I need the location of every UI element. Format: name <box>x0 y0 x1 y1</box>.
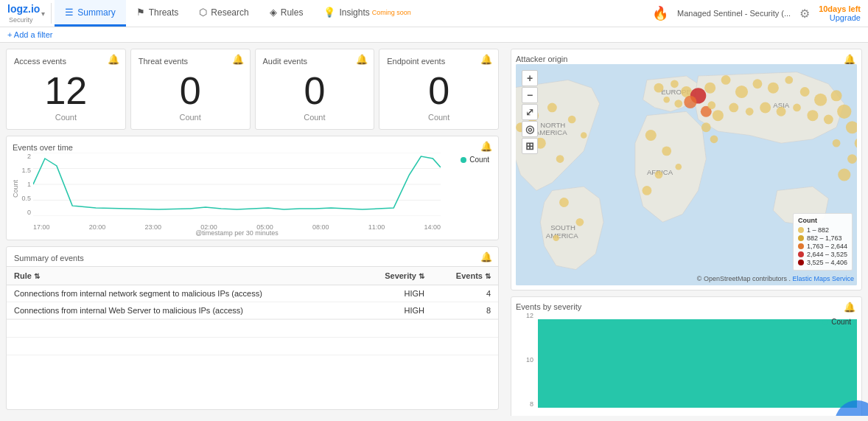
legend-color-1 <box>798 227 804 233</box>
svg-point-47 <box>793 104 801 112</box>
nav-item-threats-label: Threats <box>149 7 179 18</box>
events-chart-svg <box>33 153 441 216</box>
logo-dropdown-arrow[interactable]: ▾ <box>41 10 45 18</box>
col-events-label: Events <box>456 271 483 280</box>
map-controls: + − ⤢ ◎ ⊞ <box>522 70 538 154</box>
nav-item-rules[interactable]: ◈ Rules <box>259 0 314 27</box>
right-panel: Attacker origin 🔔 <box>505 43 868 416</box>
rule-sort-icon[interactable]: ⇅ <box>34 272 40 280</box>
audit-events-label: Count <box>304 113 325 122</box>
col-severity-label: Severity <box>385 271 416 280</box>
cell-events: 4 <box>432 285 498 302</box>
svg-point-21 <box>576 218 584 226</box>
access-alarm-icon[interactable]: 🔔 <box>108 54 119 65</box>
svg-point-31 <box>662 146 671 156</box>
map-legend: Count 1 – 882 882 – 1,763 1,763 – 2,644 <box>793 213 853 271</box>
nav-items: ☰ Summary ⚑ Threats ⬡ Research ◈ Rules 💡… <box>55 0 421 27</box>
y-label-0: 0 <box>27 209 31 216</box>
svg-point-30 <box>645 130 657 141</box>
audit-alarm-icon[interactable]: 🔔 <box>356 54 368 65</box>
map-container[interactable]: NORTH AMERICA SOUTH AMERICA AFRICA EUROP… <box>516 64 857 285</box>
cell-severity: HIGH <box>359 285 432 302</box>
legend-item-1: 1 – 882 <box>798 226 847 234</box>
y-label-1-5: 1.5 <box>21 167 31 174</box>
empty-row-3 <box>7 355 498 372</box>
logo-sub: Security <box>9 16 33 24</box>
metric-card-threat: Threat events 🔔 0 Count <box>130 49 251 130</box>
attacker-origin-title: Attacker origin <box>516 55 567 63</box>
nav-item-threats[interactable]: ⚑ Threats <box>126 0 189 27</box>
recenter-button[interactable]: ◎ <box>522 121 538 137</box>
metric-card-access: Access events 🔔 12 Count <box>6 49 126 130</box>
nav-item-insights-label: Insights <box>339 7 369 18</box>
events-sort-icon[interactable]: ⇅ <box>485 272 491 280</box>
svg-point-61 <box>707 101 715 109</box>
events-over-time-panel: Events over time 🔔 2 1.5 1 0.5 0 Count <box>6 136 499 240</box>
rules-icon: ◈ <box>270 7 277 18</box>
summary-alarm-icon[interactable]: 🔔 <box>480 251 492 262</box>
svg-point-33 <box>676 164 682 170</box>
map-alarm-icon[interactable]: 🔔 <box>844 54 855 65</box>
table-row: Connections from internal Web Server to … <box>7 302 498 319</box>
nav-item-summary[interactable]: ☰ Summary <box>55 0 125 27</box>
svg-point-27 <box>674 100 682 108</box>
empty-row-2 <box>7 337 498 355</box>
upgrade-link[interactable]: Upgrade <box>830 13 861 22</box>
fullscreen-button[interactable]: ⤢ <box>522 104 538 120</box>
legend-color-3 <box>798 243 804 249</box>
elastic-maps-link[interactable]: Elastic Maps Service <box>792 275 854 282</box>
nav-item-insights[interactable]: 💡 Insights Coming soon <box>313 0 421 27</box>
svg-point-46 <box>807 110 818 121</box>
add-filter-button[interactable]: + Add a filter <box>7 30 52 39</box>
sentinel-label: Managed Sentinel - Security (... <box>677 9 791 18</box>
y-label-1: 1 <box>27 181 31 188</box>
left-panel: Access events 🔔 12 Count Threat events 🔔… <box>0 43 505 416</box>
svg-point-56 <box>838 168 850 181</box>
col-events: Events ⇅ <box>432 267 498 285</box>
summary-table: Rule ⇅ Severity ⇅ Events ⇅ <box>7 267 498 319</box>
nav-item-research[interactable]: ⬡ Research <box>189 0 259 27</box>
zoom-out-button[interactable]: − <box>522 87 538 103</box>
svg-point-14 <box>547 103 557 113</box>
cell-severity: HIGH <box>359 302 432 319</box>
severity-sort-icon[interactable]: ⇅ <box>419 272 424 280</box>
summary-table-container: Rule ⇅ Severity ⇅ Events ⇅ <box>7 267 498 319</box>
svg-point-58 <box>701 122 711 132</box>
fire-icon: 🔥 <box>652 5 668 21</box>
svg-point-22 <box>553 234 559 241</box>
svg-point-20 <box>559 198 569 207</box>
zoom-in-button[interactable]: + <box>522 70 538 86</box>
severity-alarm-icon[interactable]: 🔔 <box>844 302 855 313</box>
legend-color-2 <box>798 235 804 241</box>
svg-point-34 <box>643 186 652 195</box>
svg-point-24 <box>671 80 679 88</box>
svg-point-29 <box>684 96 696 108</box>
legend-label-2: 882 – 1,763 <box>807 234 842 242</box>
threat-events-value: 0 <box>180 72 201 110</box>
col-rule: Rule ⇅ <box>7 267 359 285</box>
endpoint-events-title: Endpoint events <box>387 57 445 66</box>
legend-color-4 <box>798 251 804 257</box>
svg-point-25 <box>663 97 670 103</box>
col-rule-label: Rule <box>14 271 32 280</box>
events-over-time-title: Events over time <box>13 143 73 152</box>
upgrade-badge: 10days left Upgrade <box>819 4 861 22</box>
days-left-text: 10days left <box>819 4 861 13</box>
events-over-time-alarm[interactable]: 🔔 <box>480 141 492 152</box>
legend-label-4: 2,644 – 3,525 <box>807 251 847 258</box>
threat-alarm-icon[interactable]: 🔔 <box>232 54 244 65</box>
endpoint-alarm-icon[interactable]: 🔔 <box>480 54 492 65</box>
access-events-title: Access events <box>14 57 66 66</box>
sev-y-8: 8 <box>530 400 533 408</box>
endpoint-events-label: Count <box>428 113 449 122</box>
svg-point-50 <box>746 108 754 116</box>
legend-item-2: 882 – 1,763 <box>798 234 847 242</box>
svg-point-49 <box>760 102 771 113</box>
svg-text:SOUTH: SOUTH <box>550 223 575 232</box>
layers-button[interactable]: ⊞ <box>522 138 538 154</box>
top-navigation: logz.io Security ▾ ☰ Summary ⚑ Threats ⬡… <box>0 0 868 27</box>
events-by-severity-panel: Events by severity 🔔 12 10 8 Count <box>511 296 862 416</box>
gear-icon[interactable]: ⚙ <box>799 7 810 21</box>
severity-legend-dot <box>822 319 828 325</box>
metric-card-audit: Audit events 🔔 0 Count <box>255 49 375 130</box>
